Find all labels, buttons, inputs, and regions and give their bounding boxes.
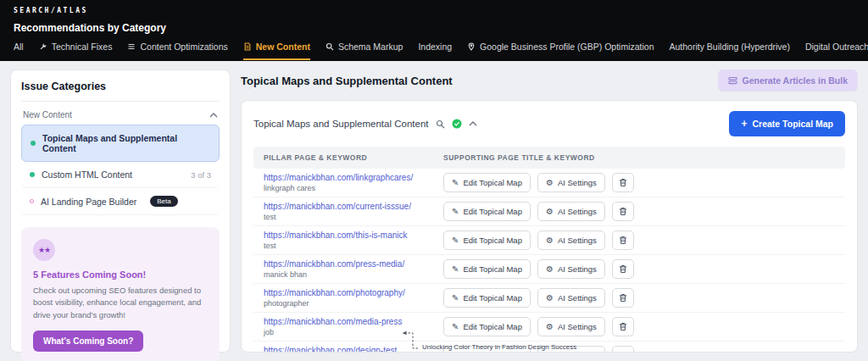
edit-topical-map-button[interactable]: ✎Edit Topical Map bbox=[443, 259, 531, 279]
annotation-text: Unlocking Color Theory in Fashion Design… bbox=[422, 343, 576, 351]
tab-indexing[interactable]: Indexing bbox=[418, 42, 452, 60]
tab-label: Indexing bbox=[418, 42, 452, 52]
group-new-content[interactable]: New Content bbox=[21, 102, 220, 125]
ai-settings-button[interactable]: ⚙AI Settings bbox=[537, 288, 605, 308]
topical-maps-panel: Topical Maps and Supplemental Content + … bbox=[241, 100, 858, 353]
trash-icon bbox=[619, 351, 627, 353]
chevron-up-icon[interactable] bbox=[469, 121, 477, 126]
document-icon bbox=[243, 42, 252, 51]
ai-settings-label: AI Settings bbox=[558, 207, 597, 216]
section-title: Topical Maps and Supplemental Content bbox=[241, 75, 453, 87]
pillar-keyword: manick bhan bbox=[264, 270, 443, 279]
pencil-icon: ✎ bbox=[452, 265, 459, 274]
pillar-page-link[interactable]: https://manickbhan.com/linkgraphcares/ bbox=[264, 173, 443, 182]
ai-settings-button[interactable]: ⚙AI Settings bbox=[537, 173, 605, 192]
tab-schema-markup[interactable]: Schema Markup bbox=[326, 42, 403, 60]
panel-title: Topical Maps and Supplemental Content bbox=[253, 119, 429, 129]
search-icon bbox=[326, 42, 334, 51]
edit-label: Edit Topical Map bbox=[463, 236, 522, 245]
pillar-keyword: test bbox=[264, 242, 443, 250]
sidebar-item-label: AI Landing Page Builder bbox=[41, 197, 136, 207]
tab-digital-outreach[interactable]: Digital Outreach bbox=[805, 42, 868, 60]
table-row: https://manickbhan.com/linkgraphcares/ l… bbox=[253, 169, 845, 197]
delete-button[interactable] bbox=[612, 173, 634, 192]
sidebar-item-label: Custom HTML Content bbox=[42, 169, 132, 180]
ai-settings-button[interactable]: ⚙AI Settings bbox=[537, 202, 605, 221]
trash-icon bbox=[619, 322, 627, 331]
list-icon bbox=[127, 42, 136, 51]
create-topical-map-button[interactable]: + Create Topical Map bbox=[729, 111, 845, 136]
app-root: SEARCH/ATLAS Recommendations by Category… bbox=[0, 0, 868, 361]
edit-label: Edit Topical Map bbox=[463, 293, 522, 303]
status-dot-icon bbox=[30, 199, 34, 203]
sidebar-item-custom-html[interactable]: Custom HTML Content 3 of 3 bbox=[21, 162, 220, 188]
ai-settings-label: AI Settings bbox=[558, 351, 597, 353]
panel-header: Topical Maps and Supplemental Content + … bbox=[253, 111, 845, 136]
sidebar-item-topical-maps[interactable]: Topical Maps and Supplemental Content bbox=[21, 125, 220, 162]
ai-settings-label: AI Settings bbox=[558, 178, 597, 187]
tab-label: All bbox=[14, 42, 24, 52]
check-circle-icon bbox=[452, 119, 462, 129]
search-icon[interactable] bbox=[436, 119, 445, 129]
pencil-icon: ✎ bbox=[452, 294, 459, 303]
delete-button[interactable] bbox=[612, 230, 634, 250]
group-label: New Content bbox=[23, 110, 72, 119]
gear-icon: ⚙ bbox=[546, 179, 554, 187]
status-dot-icon bbox=[30, 172, 35, 177]
tab-all[interactable]: All bbox=[14, 42, 24, 60]
tab-label: Digital Outreach bbox=[805, 42, 868, 52]
gear-icon: ⚙ bbox=[546, 352, 554, 353]
generate-articles-bulk-button[interactable]: Generate Articles in Bulk bbox=[718, 69, 859, 92]
pillar-page-link[interactable]: https://manickbhan.com/current-isssue/ bbox=[264, 202, 443, 211]
edit-topical-map-button[interactable]: ✎Edit Topical Map bbox=[443, 202, 531, 221]
edit-topical-map-button[interactable]: ✎Edit Topical Map bbox=[443, 288, 531, 308]
bulk-button-label: Generate Articles in Bulk bbox=[743, 75, 849, 86]
delete-button[interactable] bbox=[612, 202, 634, 221]
pillar-page-link[interactable]: https://manickbhan.com/media-press bbox=[264, 317, 443, 326]
pillar-page-link[interactable]: https://manickbhan.com/this-is-manick bbox=[264, 230, 443, 240]
create-button-label: Create Topical Map bbox=[753, 119, 834, 129]
promo-title: 5 Features Coming Soon! bbox=[33, 269, 208, 280]
status-dot-icon bbox=[31, 141, 36, 146]
whats-coming-soon-button[interactable]: What's Coming Soon? bbox=[33, 330, 143, 352]
tab-new-content[interactable]: New Content bbox=[243, 42, 310, 60]
sidebar-item-label: Topical Maps and Supplemental Content bbox=[42, 133, 210, 153]
sidebar-item-ai-landing-page[interactable]: AI Landing Page Builder Beta bbox=[21, 188, 220, 215]
tab-content-optimizations[interactable]: Content Optimizations bbox=[127, 42, 227, 60]
column-header-supporting: SUPPORTING PAGE TITLE & KEYWORD bbox=[443, 153, 835, 162]
edit-label: Edit Topical Map bbox=[463, 207, 522, 216]
issue-categories-title: Issue Categories bbox=[21, 81, 220, 102]
section-header: Topical Maps and Supplemental Content Ge… bbox=[241, 69, 858, 92]
pencil-icon: ✎ bbox=[452, 352, 459, 353]
table-header: PILLAR PAGE & KEYWORD SUPPORTING PAGE TI… bbox=[253, 147, 845, 169]
tab-label: Google Business Profile (GBP) Optimizati… bbox=[480, 42, 654, 52]
pencil-icon: ✎ bbox=[452, 179, 459, 187]
topical-maps-table: PILLAR PAGE & KEYWORD SUPPORTING PAGE TI… bbox=[253, 147, 845, 353]
pillar-page-link[interactable]: https://manickbhan.com/photography/ bbox=[264, 288, 443, 297]
ai-settings-button[interactable]: ⚙AI Settings bbox=[537, 259, 605, 279]
table-row: https://manickbhan.com/press-media/ mani… bbox=[253, 255, 845, 284]
edit-label: Edit Topical Map bbox=[463, 178, 522, 187]
pencil-icon: ✎ bbox=[452, 236, 459, 245]
tab-authority-building[interactable]: Authority Building (Hyperdrive) bbox=[670, 42, 790, 60]
tab-label: Content Optimizations bbox=[140, 42, 227, 52]
gear-icon: ⚙ bbox=[546, 236, 554, 245]
ai-settings-label: AI Settings bbox=[558, 293, 597, 303]
delete-button[interactable] bbox=[612, 317, 634, 336]
edit-label: Edit Topical Map bbox=[463, 264, 522, 274]
ai-settings-button[interactable]: ⚙AI Settings bbox=[537, 230, 605, 250]
tab-gbp-optimization[interactable]: Google Business Profile (GBP) Optimizati… bbox=[467, 42, 654, 60]
table-row: https://manickbhan.com/photography/ phot… bbox=[253, 284, 845, 313]
edit-topical-map-button[interactable]: ✎Edit Topical Map bbox=[443, 230, 531, 250]
trash-icon bbox=[619, 207, 627, 216]
tab-label: New Content bbox=[256, 42, 310, 52]
item-count: 3 of 3 bbox=[191, 170, 211, 180]
gear-icon: ⚙ bbox=[546, 265, 554, 274]
edit-topical-map-button[interactable]: ✎Edit Topical Map bbox=[443, 173, 531, 192]
delete-button[interactable] bbox=[612, 259, 634, 279]
tab-technical-fixes[interactable]: Technical Fixes bbox=[39, 42, 113, 60]
delete-button[interactable] bbox=[612, 288, 634, 308]
delete-button[interactable] bbox=[612, 346, 634, 353]
pillar-page-link[interactable]: https://manickbhan.com/press-media/ bbox=[264, 259, 443, 269]
pillar-keyword: photographer bbox=[264, 299, 443, 308]
